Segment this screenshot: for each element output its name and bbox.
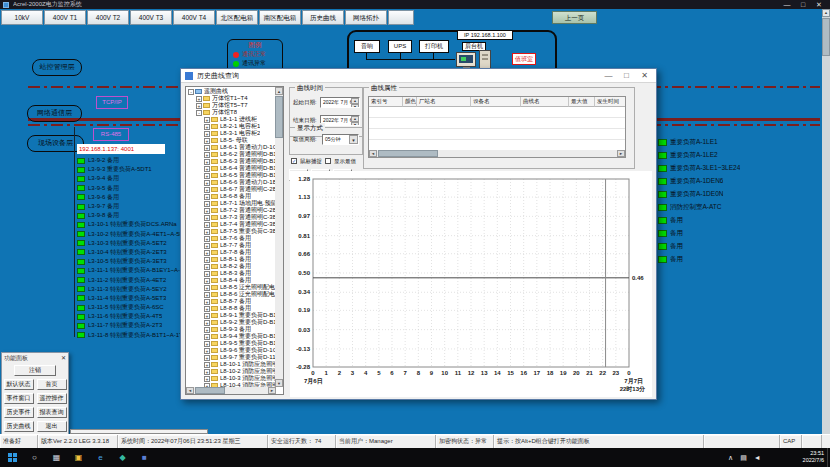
app-minimize-button[interactable]: —	[780, 0, 794, 9]
tree-expander-icon[interactable]: +	[204, 194, 210, 200]
tree-expander-icon[interactable]: +	[204, 166, 210, 172]
start-button-icon[interactable]	[8, 453, 17, 462]
tab-历史曲线[interactable]: 历史曲线	[302, 10, 344, 25]
tree-expander-icon[interactable]: +	[204, 334, 210, 340]
device-row[interactable]: 重要负荷A-1LE1	[658, 136, 828, 149]
column-header-厂站名[interactable]: 厂站名	[417, 97, 471, 107]
logout-button[interactable]: 注销	[14, 365, 56, 376]
app-close-button[interactable]: ✕	[812, 0, 826, 9]
dialog-maximize-button[interactable]: □	[619, 70, 634, 82]
app-teal-icon[interactable]: ◆	[116, 451, 129, 464]
panel-button-事件窗口[interactable]: 事件窗口	[4, 393, 34, 404]
combo-dropdown-icon[interactable]: ▼	[349, 135, 358, 144]
show-extreme-checkbox[interactable]	[325, 158, 331, 164]
tree-expander-icon[interactable]: +	[204, 292, 210, 298]
tree-expander-icon[interactable]: +	[204, 278, 210, 284]
date-spinner[interactable]: ▲▼	[351, 116, 359, 125]
scrollbar-thumb[interactable]	[378, 150, 438, 157]
scroll-right-icon[interactable]: ►	[617, 150, 625, 157]
panel-button-历史曲线[interactable]: 历史曲线	[4, 421, 34, 432]
panel-button-默认状态[interactable]: 默认状态	[4, 379, 34, 390]
tree-expander-icon[interactable]: +	[204, 369, 210, 375]
tree-expander-icon[interactable]: +	[204, 313, 210, 319]
history-curve-chart[interactable]: 1.281.130.970.810.660.500.340.190.03-0.1…	[290, 171, 652, 397]
start-date-field[interactable]: 2022年 7月 6 ▲▼	[320, 97, 360, 108]
tree-expander-icon[interactable]: +	[204, 222, 210, 228]
tab-400V T2[interactable]: 400V T2	[87, 10, 129, 25]
scroll-down-icon[interactable]: ▼	[275, 379, 283, 387]
device-row[interactable]: 备用	[658, 253, 828, 266]
panel-button-首页[interactable]: 首页	[37, 379, 67, 390]
tree-expander-icon[interactable]: +	[204, 362, 210, 368]
tab-南区配电箱[interactable]: 南区配电箱	[259, 10, 301, 25]
column-header-设备名[interactable]: 设备名	[471, 97, 521, 107]
scroll-left-icon[interactable]: ◄	[369, 150, 377, 157]
date-spinner[interactable]: ▲▼	[351, 98, 359, 107]
scrollbar-thumb[interactable]	[195, 387, 225, 394]
column-header-发生时间[interactable]: 发生时间	[595, 97, 626, 107]
edge-browser-icon[interactable]: e	[94, 451, 107, 464]
tree-expander-icon[interactable]: +	[204, 376, 210, 382]
tree-expander-icon[interactable]: +	[204, 299, 210, 305]
panel-button-遥控操作[interactable]: 遥控操作	[37, 393, 67, 404]
tree-expander-icon[interactable]: +	[204, 285, 210, 291]
dialog-minimize-button[interactable]: —	[601, 70, 616, 82]
panel-button-报表查询[interactable]: 报表查询	[37, 407, 67, 418]
mouse-capture-checkbox[interactable]: ✓	[291, 158, 297, 164]
tab-北区配电箱[interactable]: 北区配电箱	[216, 10, 258, 25]
device-row[interactable]: 重要负荷A-1LE2	[658, 149, 828, 162]
app-blue-icon[interactable]: ■	[138, 451, 151, 464]
tree-expander-icon[interactable]: +	[204, 187, 210, 193]
tray-volume-icon[interactable]: ◄	[754, 453, 761, 462]
tab-10kV[interactable]: 10kV	[1, 10, 43, 25]
period-combobox[interactable]: 05分钟 ▼	[322, 134, 359, 145]
table-horizontal-scrollbar[interactable]: ◄ ►	[369, 150, 625, 157]
column-header-最大值[interactable]: 最大值	[569, 97, 595, 107]
tree-expander-icon[interactable]: +	[196, 103, 202, 109]
tree-expander-icon[interactable]: -	[196, 110, 202, 116]
tab-400V T3[interactable]: 400V T3	[130, 10, 172, 25]
tree-expander-icon[interactable]: +	[204, 138, 210, 144]
column-header-颜色[interactable]: 颜色	[403, 97, 417, 107]
scroll-right-icon[interactable]: ►	[268, 387, 276, 394]
tab-400V T4[interactable]: 400V T4	[173, 10, 215, 25]
tree-expander-icon[interactable]: +	[204, 201, 210, 207]
scroll-up-icon[interactable]: ▲	[275, 87, 283, 95]
tree-expander-icon[interactable]: +	[204, 250, 210, 256]
tree-expander-icon[interactable]: +	[204, 341, 210, 347]
tree-expander-icon[interactable]: +	[204, 264, 210, 270]
app-maximize-button[interactable]: □	[796, 0, 810, 9]
tree-expander-icon[interactable]: +	[204, 131, 210, 137]
panel-button-历史事件[interactable]: 历史事件	[4, 407, 34, 418]
device-row[interactable]: 重要负荷A-3LE1~3LE24	[658, 162, 828, 175]
panel-button-退出[interactable]: 退出	[37, 421, 67, 432]
tray-network-icon[interactable]: ▤	[740, 453, 747, 462]
tree-expander-icon[interactable]: +	[204, 229, 210, 235]
tree-expander-icon[interactable]: +	[204, 306, 210, 312]
file-explorer-icon[interactable]: ▣	[72, 451, 85, 464]
dialog-close-button[interactable]: ✕	[637, 70, 652, 82]
function-panel-close-icon[interactable]: ✕	[61, 353, 66, 363]
tree-expander-icon[interactable]: +	[204, 208, 210, 214]
previous-page-button[interactable]: 上一页	[552, 11, 597, 24]
end-date-field[interactable]: 2022年 7月 6 ▲▼	[320, 115, 360, 126]
scrollbar-thumb[interactable]	[822, 18, 830, 56]
tree-expander-icon[interactable]: +	[204, 348, 210, 354]
task-view-icon[interactable]: ▦	[50, 451, 63, 464]
app-vertical-scrollbar[interactable]: ▲ ▼	[822, 9, 830, 448]
tree-expander-icon[interactable]: +	[204, 173, 210, 179]
tree-expander-icon[interactable]: +	[204, 152, 210, 158]
tree-horizontal-scrollbar[interactable]: ◄ ►	[186, 387, 276, 394]
search-icon[interactable]: ○	[28, 451, 41, 464]
tree-expander-icon[interactable]: +	[204, 355, 210, 361]
tree-expander-icon[interactable]: +	[204, 257, 210, 263]
tree-expander-icon[interactable]: +	[204, 180, 210, 186]
device-row[interactable]: 消防控制室A-ATC	[658, 201, 828, 214]
tab-400V T1[interactable]: 400V T1	[44, 10, 86, 25]
scrollbar-thumb[interactable]	[275, 96, 283, 138]
device-row[interactable]: 备用	[658, 240, 828, 253]
tree-expander-icon[interactable]: +	[204, 243, 210, 249]
tray-chevron-up-icon[interactable]: ∧	[728, 453, 733, 462]
tree-expander-icon[interactable]: +	[204, 145, 210, 151]
column-header-曲线名[interactable]: 曲线名	[521, 97, 569, 107]
